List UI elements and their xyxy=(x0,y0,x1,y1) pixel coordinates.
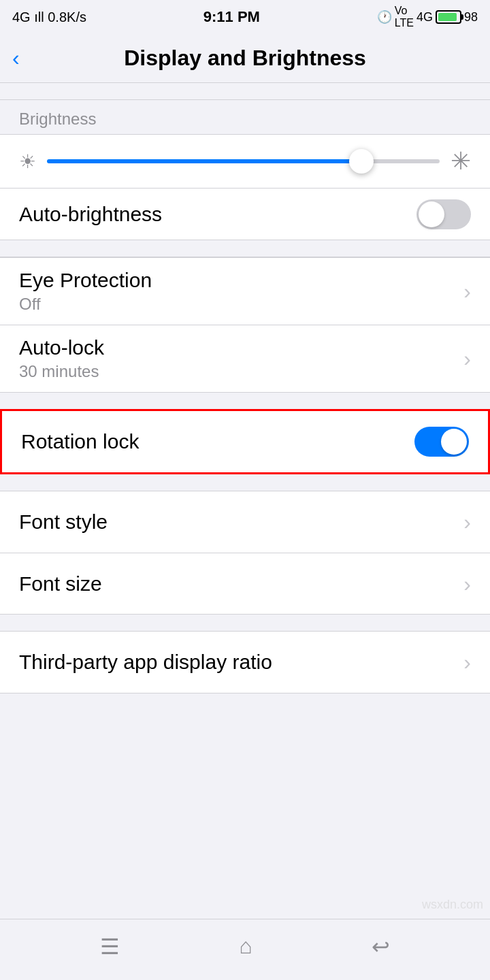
auto-brightness-row: Auto-brightness xyxy=(0,188,490,240)
font-style-label: Font style xyxy=(19,510,471,534)
eye-autolock-section: Eye Protection Off Auto-lock 30 minutes xyxy=(0,257,490,393)
watermark: wsxdn.com xyxy=(422,898,483,912)
back-nav-icon[interactable]: ↩ xyxy=(372,934,390,960)
status-right: 🕐 VoLTE 4G 98 xyxy=(377,5,478,29)
brightness-section: Brightness ☀ ✳ Auto-brightness xyxy=(0,99,490,240)
bottom-nav-bar: ☰ ⌂ ↩ xyxy=(0,919,490,980)
page-header: ‹ Display and Brightness xyxy=(0,34,490,83)
font-section: Font style Font size xyxy=(0,491,490,615)
signal-4g-icon: 4G xyxy=(416,10,433,24)
sun-small-icon: ☀ xyxy=(19,150,36,173)
auto-brightness-toggle[interactable] xyxy=(416,199,471,229)
rotation-lock-toggle[interactable] xyxy=(414,427,469,457)
auto-lock-row[interactable]: Auto-lock 30 minutes xyxy=(0,325,490,392)
font-size-label: Font size xyxy=(19,572,471,595)
font-style-row[interactable]: Font style xyxy=(0,491,490,553)
back-button[interactable]: ‹ xyxy=(12,46,20,71)
rotation-lock-thumb xyxy=(441,429,467,455)
brightness-label: Brightness xyxy=(0,100,490,134)
auto-brightness-label: Auto-brightness xyxy=(19,203,162,226)
status-left: 4G ıll 0.8K/s xyxy=(12,10,86,25)
slider-thumb xyxy=(349,149,374,174)
volte-icon: VoLTE xyxy=(395,5,414,29)
home-icon[interactable]: ⌂ xyxy=(239,934,252,959)
eye-protection-row[interactable]: Eye Protection Off xyxy=(0,257,490,325)
settings-content: Brightness ☀ ✳ Auto-brightness Eye Prote… xyxy=(0,83,490,919)
status-bar: 4G ıll 0.8K/s 9:11 PM 🕐 VoLTE 4G 98 xyxy=(0,0,490,34)
menu-icon[interactable]: ☰ xyxy=(100,934,120,960)
rotation-lock-label: Rotation lock xyxy=(21,430,139,453)
signal-text: 4G ıll 0.8K/s xyxy=(12,10,86,25)
auto-lock-subtitle: 30 minutes xyxy=(19,362,471,381)
third-party-row[interactable]: Third-party app display ratio xyxy=(0,632,490,693)
third-party-section: Third-party app display ratio xyxy=(0,631,490,693)
page-title: Display and Brightness xyxy=(124,46,366,71)
auto-lock-label: Auto-lock xyxy=(19,336,471,359)
third-party-label: Third-party app display ratio xyxy=(19,651,471,674)
rotation-lock-row: Rotation lock xyxy=(2,411,488,472)
status-time: 9:11 PM xyxy=(203,8,260,26)
sun-large-icon: ✳ xyxy=(451,147,471,176)
font-size-row[interactable]: Font size xyxy=(0,553,490,614)
brightness-row: ☀ ✳ xyxy=(0,134,490,188)
toggle-thumb xyxy=(419,201,444,227)
battery-icon xyxy=(436,10,461,24)
brightness-slider[interactable] xyxy=(47,148,440,175)
alarm-icon: 🕐 xyxy=(377,10,392,24)
eye-protection-subtitle: Off xyxy=(19,295,471,314)
eye-protection-label: Eye Protection xyxy=(19,269,471,292)
rotation-lock-section: Rotation lock xyxy=(0,409,490,474)
battery-percent: 98 xyxy=(464,10,478,24)
battery-fill xyxy=(438,13,457,21)
slider-track xyxy=(47,159,440,163)
